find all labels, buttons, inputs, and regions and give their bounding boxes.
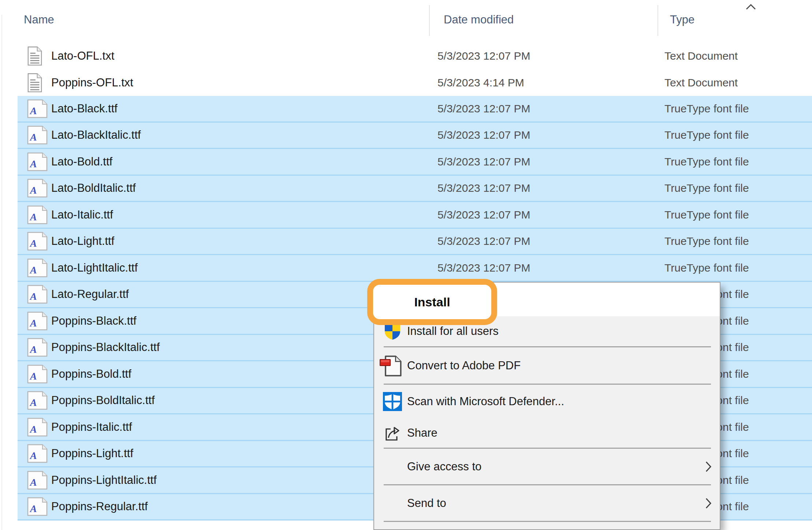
font-file-icon: A: [27, 363, 50, 385]
file-name: Poppins-Light.ttf: [51, 447, 133, 460]
file-type: TrueType font file: [664, 182, 749, 194]
file-name: Lato-Regular.ttf: [51, 288, 129, 301]
svg-text:A: A: [29, 184, 37, 196]
svg-text:A: A: [29, 158, 37, 169]
file-name: Lato-Black.ttf: [51, 102, 118, 115]
svg-text:A: A: [29, 238, 37, 249]
file-name: Lato-BlackItalic.ttf: [51, 128, 141, 142]
file-type: TrueType font file: [664, 235, 749, 247]
file-name: Poppins-LightItalic.ttf: [51, 474, 157, 487]
font-file-icon: A: [27, 98, 50, 119]
file-name: Poppins-BlackItalic.ttf: [51, 341, 160, 354]
svg-text:A: A: [29, 503, 37, 514]
file-date-modified: 5/3/2023 12:07 PM: [437, 156, 530, 168]
menu-item-label: Scan with Microsoft Defender...: [407, 395, 564, 408]
file-type: TrueType font file: [664, 209, 749, 221]
menu-item-label: Send to: [407, 497, 446, 510]
file-name: Poppins-Bold.ttf: [51, 367, 131, 381]
svg-text:A: A: [29, 264, 37, 276]
font-file-icon: A: [27, 470, 50, 491]
svg-text:A: A: [29, 477, 37, 488]
file-row[interactable]: ALato-Bold.ttf5/3/2023 12:07 PMTrueType …: [18, 149, 812, 176]
file-type: Text Document: [664, 50, 738, 62]
file-date-modified: 5/3/2023 12:07 PM: [437, 129, 530, 141]
menu-item-scan-defender[interactable]: Scan with Microsoft Defender...: [374, 385, 720, 418]
font-file-icon: A: [27, 284, 50, 305]
svg-text:A: A: [29, 450, 37, 461]
file-date-modified: 5/3/2023 12:07 PM: [437, 262, 530, 274]
font-file-icon: A: [27, 124, 50, 146]
menu-item-share[interactable]: Share: [374, 418, 720, 448]
file-name: Lato-Italic.ttf: [51, 208, 113, 221]
svg-text:A: A: [29, 105, 37, 116]
file-row[interactable]: Lato-OFL.txt5/3/2023 12:07 PMText Docume…: [18, 43, 812, 70]
file-name: Lato-LightItalic.ttf: [51, 261, 138, 275]
font-file-icon: A: [27, 417, 50, 438]
svg-text:A: A: [29, 291, 37, 302]
font-file-icon: A: [27, 496, 50, 517]
font-file-icon: A: [27, 204, 50, 225]
svg-text:A: A: [29, 317, 37, 329]
file-name: Lato-Light.ttf: [51, 235, 114, 248]
font-file-icon: A: [27, 151, 50, 172]
file-name: Poppins-Italic.ttf: [51, 421, 132, 434]
menu-item-label: Install for all users: [407, 325, 499, 338]
menu-item-convert-adobe-pdf[interactable]: Convert to Adobe PDF: [374, 347, 720, 384]
file-type: TrueType font file: [664, 129, 749, 141]
menu-item-send-to[interactable]: Send to: [374, 485, 720, 521]
file-date-modified: 5/3/2023 12:07 PM: [437, 235, 530, 247]
file-type: TrueType font file: [664, 102, 749, 115]
defender-shield-icon: [379, 392, 406, 411]
font-file-icon: A: [27, 231, 50, 252]
share-icon: [379, 424, 406, 442]
file-name: Poppins-Black.ttf: [51, 314, 137, 328]
file-type: TrueType font file: [664, 262, 749, 274]
install-highlight-box: Install: [367, 279, 497, 325]
file-name: Poppins-OFL.txt: [51, 76, 133, 89]
svg-text:A: A: [29, 423, 37, 435]
font-file-icon: A: [27, 443, 50, 464]
menu-item-label: Give access to: [407, 460, 481, 473]
submenu-chevron-icon: [705, 461, 712, 473]
text-document-icon: [27, 45, 50, 67]
font-file-icon: A: [27, 178, 50, 199]
font-file-icon: A: [27, 257, 50, 279]
file-row[interactable]: ALato-Italic.ttf5/3/2023 12:07 PMTrueTyp…: [18, 202, 812, 229]
font-file-icon: A: [27, 390, 50, 411]
file-date-modified: 5/3/2023 4:14 PM: [437, 76, 524, 89]
menu-separator: [384, 521, 711, 522]
file-name: Lato-Bold.ttf: [51, 155, 112, 168]
menu-item-give-access-to[interactable]: Give access to: [374, 449, 720, 484]
file-name: Lato-BoldItalic.ttf: [51, 182, 136, 195]
file-row[interactable]: ALato-BoldItalic.ttf5/3/2023 12:07 PMTru…: [18, 176, 812, 202]
file-type: Text Document: [664, 76, 738, 89]
menu-item-label: Share: [407, 426, 437, 440]
file-date-modified: 5/3/2023 12:07 PM: [437, 182, 530, 194]
text-document-icon: [27, 72, 50, 93]
file-name: Poppins-Regular.ttf: [51, 500, 148, 513]
font-file-icon: A: [27, 337, 50, 358]
submenu-chevron-icon: [705, 497, 712, 509]
file-row[interactable]: Poppins-OFL.txt5/3/2023 4:14 PMText Docu…: [18, 70, 812, 96]
file-name: Lato-OFL.txt: [51, 49, 114, 63]
file-name: Poppins-BoldItalic.ttf: [51, 394, 155, 407]
file-type: TrueType font file: [664, 156, 749, 168]
svg-text:A: A: [29, 211, 37, 223]
file-row[interactable]: ALato-BlackItalic.ttf5/3/2023 12:07 PMTr…: [18, 123, 812, 149]
menu-item-install-label[interactable]: Install: [414, 295, 450, 309]
file-date-modified: 5/3/2023 12:07 PM: [437, 209, 530, 221]
svg-text:A: A: [29, 344, 37, 355]
font-file-icon: A: [27, 310, 50, 332]
svg-text:A: A: [29, 397, 37, 408]
file-row[interactable]: ALato-LightItalic.ttf5/3/2023 12:07 PMTr…: [18, 255, 812, 282]
file-date-modified: 5/3/2023 12:07 PM: [437, 102, 530, 115]
adobe-pdf-icon: [379, 354, 406, 377]
svg-text:A: A: [29, 370, 37, 382]
menu-item-label: Convert to Adobe PDF: [407, 359, 521, 372]
file-row[interactable]: ALato-Black.ttf5/3/2023 12:07 PMTrueType…: [18, 96, 812, 123]
file-date-modified: 5/3/2023 12:07 PM: [437, 50, 530, 62]
file-row[interactable]: ALato-Light.ttf5/3/2023 12:07 PMTrueType…: [18, 229, 812, 255]
svg-text:A: A: [29, 131, 37, 143]
